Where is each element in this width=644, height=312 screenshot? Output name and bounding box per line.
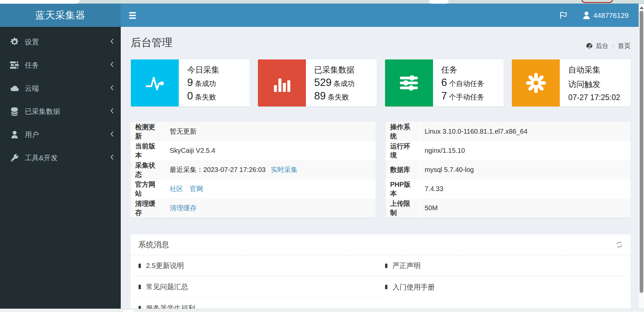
user-menu[interactable]: 448776129	[583, 11, 629, 19]
environment-panel: 操作系统 Linux 3.10.0-1160.81.1.el7.x86_64 运…	[386, 122, 631, 218]
info-box-subtitle: 访问触发	[568, 79, 627, 90]
row-label: 操作系统	[386, 122, 420, 141]
table-row: 运行环境 nginx/1.15.10	[386, 141, 631, 160]
content-header: 后台管理 后台 > 首页	[131, 27, 631, 59]
row-value: Linux 3.10.0-1160.81.1.el7.x86_64	[420, 122, 631, 141]
bullet-icon	[385, 285, 387, 289]
scrollbar-thumb[interactable]	[640, 11, 643, 293]
browser-chrome-strip	[0, 0, 644, 4]
browser-omnibox-fragment	[0, 0, 79, 4]
messages-left-column: 2.5更新说明 常见问题汇总 服务器学生福利	[134, 255, 381, 309]
breadcrumb-root-link[interactable]: 后台	[596, 42, 608, 50]
info-box-today-collect: 今日采集 9 条成功 0 条失败	[131, 59, 250, 106]
table-row: 数据库 mysql 5.7.40-log	[386, 160, 631, 179]
row-value: 50M	[420, 198, 631, 218]
sidebar-item-label: 云端	[25, 84, 39, 93]
info-box-line: 9 条成功	[187, 77, 246, 89]
bullet-icon	[139, 306, 141, 309]
database-icon	[10, 107, 19, 116]
table-row: 官方网站 社区 官网	[131, 179, 376, 198]
row-value: 暂无更新	[165, 122, 376, 141]
sidebar-item-tasks[interactable]: 任务	[0, 53, 121, 77]
tasks-icon	[10, 61, 19, 69]
row-value: SkyCaiji V2.5.4	[165, 141, 376, 160]
sidebar-item-collected-data[interactable]: 已采集数据	[0, 100, 121, 123]
row-value: nginx/1.15.10	[420, 141, 631, 160]
flag-menu-button[interactable]	[559, 11, 568, 19]
sidebar-item-cloud[interactable]: 云端	[0, 77, 121, 100]
messages-right-column: 严正声明 入门使用手册	[381, 255, 627, 309]
message-item[interactable]: 常见问题汇总	[134, 276, 381, 298]
info-box-auto-collect: 自动采集 访问触发 07-27 17:25:02	[512, 59, 631, 106]
breadcrumb: 后台 > 首页	[586, 42, 631, 50]
status-tables-row: 检测更新 暂无更新 当前版本 SkyCaiji V2.5.4 采集状态 最近采集…	[131, 122, 631, 218]
message-item[interactable]: 2.5更新说明	[134, 255, 381, 276]
system-messages-title: 系统消息	[138, 239, 169, 250]
chevron-left-icon	[110, 61, 114, 69]
clear-cache-link[interactable]: 清理缓存	[170, 204, 197, 212]
row-label: 上传限制	[386, 198, 420, 218]
info-box-line: 7 个手动任务	[441, 90, 500, 102]
info-box-title: 自动采集	[568, 64, 627, 75]
info-box-timestamp: 07-27 17:25:02	[568, 93, 627, 102]
sidebar-toggle-button[interactable]	[129, 12, 137, 19]
row-label: 检测更新	[131, 122, 165, 141]
user-avatar-icon	[583, 11, 590, 19]
official-site-link[interactable]: 官网	[190, 185, 203, 192]
bullet-icon	[139, 285, 141, 289]
message-item[interactable]: 服务器学生福利	[134, 298, 381, 309]
info-box-title: 今日采集	[187, 64, 246, 75]
system-messages-panel: 系统消息 2.5更新说明 常见问题汇总 服务器学生福利	[131, 234, 631, 309]
info-box-line: 6 个自动任务	[441, 77, 500, 89]
info-box-collected-data: 已采集数据 529 条成功 89 条失败	[258, 59, 377, 106]
row-label: PHP版本	[386, 179, 420, 198]
table-row: 采集状态 最近采集：2023-07-27 17:26:03 实时采集	[131, 160, 376, 179]
wrench-icon	[10, 154, 19, 162]
bullet-icon	[139, 264, 141, 268]
sidebar-item-settings[interactable]: 设置	[0, 30, 121, 53]
scrollbar-up-arrow-icon[interactable]	[640, 6, 644, 9]
refresh-button[interactable]	[615, 241, 623, 249]
chevron-left-icon	[110, 38, 114, 46]
row-value: 7.4.33	[420, 179, 631, 198]
collect-status-panel: 检测更新 暂无更新 当前版本 SkyCaiji V2.5.4 采集状态 最近采集…	[131, 122, 376, 218]
sidebar-item-label: 已采集数据	[25, 107, 60, 116]
realtime-collect-link[interactable]: 实时采集	[271, 166, 298, 173]
flag-icon	[559, 11, 568, 19]
info-box-title: 任务	[441, 64, 500, 75]
community-link[interactable]: 社区	[170, 185, 183, 192]
username-label: 448776129	[593, 11, 629, 19]
row-label: 采集状态	[131, 160, 165, 179]
main-content: 后台管理 后台 > 首页 今日采集 9 条成功	[121, 27, 639, 309]
message-item[interactable]: 入门使用手册	[381, 276, 627, 298]
row-label: 清理缓存	[131, 198, 165, 218]
message-item[interactable]: 严正声明	[381, 255, 627, 276]
row-value: 社区 官网	[165, 179, 376, 198]
table-row: 操作系统 Linux 3.10.0-1160.81.1.el7.x86_64	[386, 122, 631, 141]
dashboard-icon	[586, 43, 593, 49]
info-box-title: 已采集数据	[314, 64, 373, 75]
spinner-icon	[512, 59, 560, 106]
sidebar: 设置 任务	[0, 27, 121, 312]
browser-scrollbar[interactable]	[639, 4, 644, 312]
bar-chart-icon	[258, 59, 306, 106]
chevron-left-icon	[110, 84, 114, 92]
info-box-line: 529 条成功	[314, 77, 373, 89]
top-navbar: 蓝天采集器 448776129	[0, 4, 639, 27]
sidebar-item-label: 设置	[25, 37, 39, 47]
sidebar-item-label: 工具&开发	[25, 153, 58, 163]
gear-icon	[10, 38, 19, 46]
breadcrumb-separator: >	[611, 43, 615, 49]
app-logo[interactable]: 蓝天采集器	[0, 4, 121, 27]
info-box-line: 0 条失败	[187, 90, 246, 102]
table-row: 上传限制 50M	[386, 198, 631, 218]
chevron-left-icon	[110, 107, 114, 116]
info-box-line: 89 条失败	[314, 90, 373, 102]
browser-tab-fragment	[429, 0, 448, 4]
status-pill-fragment	[123, 310, 134, 312]
sidebar-item-tools-dev[interactable]: 工具&开发	[0, 146, 121, 169]
refresh-icon	[615, 241, 623, 249]
chevron-left-icon	[110, 154, 114, 162]
hamburger-icon	[129, 12, 136, 13]
sidebar-item-users[interactable]: 用户	[0, 123, 121, 146]
